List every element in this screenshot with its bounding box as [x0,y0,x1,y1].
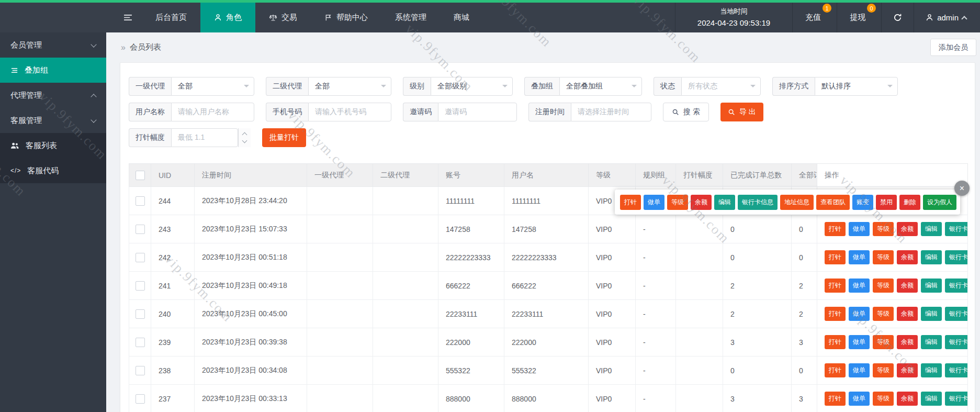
row-checkbox[interactable] [136,394,145,404]
popup-action-button[interactable]: 打针 [620,195,641,210]
refresh-button[interactable] [881,0,914,32]
row-action-button[interactable]: 银行卡信息 [945,392,968,406]
row-action-button[interactable]: 打针 [825,363,846,377]
row-checkbox[interactable] [136,366,145,375]
row-action-button[interactable]: 余额 [897,222,918,236]
filter-input[interactable]: 请输入手机号码 [308,103,391,121]
filter-select[interactable]: 所有状态 [681,77,761,96]
filter-select[interactable]: 全部 [308,77,391,96]
row-action-button[interactable]: 打针 [825,335,846,349]
popup-action-button[interactable]: 删除 [899,195,920,210]
row-action-button[interactable]: 等级 [873,392,894,406]
filter-input[interactable]: 请选择注册时间 [571,103,651,121]
batch-needle-button[interactable]: 批量打针 [262,128,306,147]
row-checkbox[interactable] [136,338,145,347]
menu-toggle-button[interactable] [114,0,142,32]
stepper-up-icon[interactable] [242,132,247,138]
row-action-button[interactable]: 打针 [825,279,846,293]
row-action-button[interactable]: 打针 [825,392,846,406]
row-action-button[interactable]: 银行卡信息 [945,250,968,264]
row-action-button[interactable]: 做单 [849,335,870,349]
row-action-button[interactable]: 打针 [825,250,846,264]
nav-menu-item[interactable]: 系统管理 [381,0,440,32]
admin-menu[interactable]: admin [914,0,980,32]
nav-menu-item[interactable]: 后台首页 [142,0,200,32]
search-button[interactable]: 搜 索 [663,103,709,121]
filter-input[interactable]: 请输入用户名称 [171,103,254,121]
recharge-button[interactable]: 充值 1 [792,0,837,32]
row-checkbox[interactable] [136,196,145,206]
row-action-button[interactable]: 等级 [873,363,894,377]
nav-menu-item[interactable]: 商城 [440,0,483,32]
row-action-button[interactable]: 等级 [873,250,894,264]
row-action-button[interactable]: 编辑 [921,250,942,264]
row-checkbox[interactable] [136,281,145,291]
row-action-button[interactable]: 做单 [849,307,870,321]
row-action-button[interactable]: 银行卡信息 [945,363,968,377]
popup-action-button[interactable]: 账变 [852,195,873,210]
row-action-button[interactable]: 做单 [849,392,870,406]
filter-input[interactable]: 邀请码 [438,103,517,121]
nav-menu-item[interactable]: 角色 [200,0,255,32]
needle-range-input[interactable]: 最低 1.1 [171,128,238,147]
popup-action-button[interactable]: 等级 [667,195,688,210]
sidebar-item[interactable]: 客服列表 [0,133,106,158]
number-stepper[interactable] [238,128,251,147]
row-action-button[interactable]: 等级 [873,279,894,293]
filter-select[interactable]: 全部叠加组 [559,77,642,96]
row-checkbox[interactable] [136,225,145,234]
popup-action-button[interactable]: 编辑 [714,195,735,210]
filter-select[interactable]: 默认排序 [815,77,898,96]
row-action-button[interactable]: 余额 [897,307,918,321]
stepper-down-icon[interactable] [242,138,247,143]
filter-select[interactable]: 全部 [171,77,254,96]
sidebar-item[interactable]: 客服管理 [0,108,106,133]
popup-action-button[interactable]: 做单 [644,195,664,210]
row-action-button[interactable]: 编辑 [921,279,942,293]
popup-action-button[interactable]: 查看团队 [816,195,850,210]
row-action-button[interactable]: 余额 [897,363,918,377]
sidebar-item[interactable]: 会员管理 [0,32,106,58]
row-action-button[interactable]: 做单 [849,363,870,377]
popup-action-button[interactable]: 设为假人 [923,195,956,210]
popup-close-button[interactable]: × [954,181,970,196]
popup-action-button[interactable]: 余额 [691,195,712,210]
row-action-button[interactable]: 编辑 [921,363,942,377]
popup-action-button[interactable]: 银行卡信息 [738,195,778,210]
row-action-button[interactable]: 编辑 [921,392,942,406]
row-checkbox[interactable] [136,253,145,262]
row-action-button[interactable]: 银行卡信息 [945,279,968,293]
row-action-button[interactable]: 余额 [897,250,918,264]
nav-menu-item[interactable]: 交易 [255,0,311,32]
row-action-button[interactable]: 余额 [897,279,918,293]
row-action-button[interactable]: 银行卡信息 [945,335,968,349]
sidebar-item[interactable]: </>客服代码 [0,158,106,183]
popup-action-button[interactable]: 地址信息 [780,195,814,210]
row-action-button[interactable]: 编辑 [921,335,942,349]
row-action-button[interactable]: 银行卡信息 [945,307,968,321]
row-action-button[interactable]: 余额 [897,392,918,406]
row-action-button[interactable]: 余额 [897,335,918,349]
row-action-button[interactable]: 打针 [825,307,846,321]
filter-select[interactable]: 全部级别 [431,77,513,96]
row-action-button[interactable]: 等级 [873,335,894,349]
select-all-checkbox[interactable] [136,171,145,180]
withdraw-button[interactable]: 提现 0 [837,0,881,32]
add-member-button[interactable]: 添加会员 [930,39,976,56]
row-action-button[interactable]: 打针 [825,222,846,236]
row-action-button[interactable]: 编辑 [921,307,942,321]
export-button[interactable]: 导 出 [720,103,763,121]
row-action-button[interactable]: 编辑 [921,222,942,236]
cell-rule_group: - [636,243,676,272]
popup-action-button[interactable]: 禁用 [876,195,897,210]
sidebar-item[interactable]: 代理管理 [0,83,106,108]
row-action-button[interactable]: 等级 [873,307,894,321]
row-checkbox[interactable] [136,309,145,319]
row-action-button[interactable]: 做单 [849,279,870,293]
row-action-button[interactable]: 银行卡信息 [945,222,968,236]
row-action-button[interactable]: 等级 [873,222,894,236]
row-action-button[interactable]: 做单 [849,250,870,264]
nav-menu-item[interactable]: 帮助中心 [311,0,381,32]
row-action-button[interactable]: 做单 [849,222,870,236]
sidebar-item[interactable]: 叠加组 [0,58,106,83]
